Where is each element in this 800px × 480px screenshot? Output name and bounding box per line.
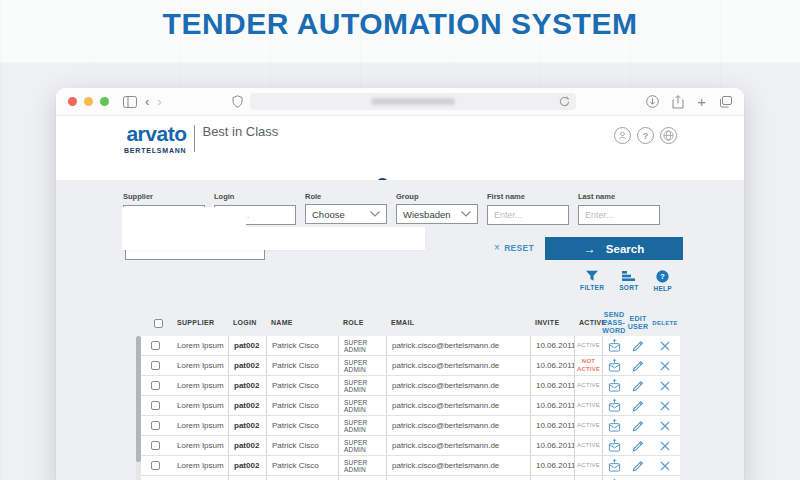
browser-window: ‹ ›	[56, 88, 744, 480]
delete-icon[interactable]	[650, 456, 680, 475]
cell-role: SUPER ADMIN	[338, 476, 386, 480]
close-window-button[interactable]	[68, 97, 77, 106]
role-select[interactable]: Choose	[305, 204, 387, 224]
edit-user-icon[interactable]	[626, 356, 650, 375]
send-password-icon[interactable]	[602, 476, 626, 480]
row-checkbox[interactable]	[151, 441, 160, 450]
cell-role: SUPER ADMIN	[338, 436, 386, 455]
send-password-icon[interactable]	[602, 456, 626, 475]
table-row: Lorem Ipsum pat002 Patrick Cisco SUPER A…	[140, 396, 680, 416]
send-password-icon[interactable]	[602, 336, 626, 355]
sort-bars-icon	[622, 270, 636, 282]
first-name-input[interactable]	[487, 205, 569, 225]
cell-email: patrick.cisco@bertelsmann.de	[386, 396, 530, 415]
edit-user-icon[interactable]	[626, 396, 650, 415]
help-icon[interactable]: ?	[637, 127, 654, 144]
forward-button[interactable]: ›	[157, 95, 161, 108]
address-bar[interactable]	[250, 93, 576, 110]
sort-button[interactable]: SORT	[619, 270, 638, 292]
globe-icon[interactable]	[660, 127, 677, 144]
col-delete[interactable]: DELETE	[650, 310, 680, 336]
shield-icon[interactable]	[232, 95, 243, 108]
select-all-checkbox[interactable]	[154, 319, 163, 328]
table-row: Lorem Ipsum pat002 Patrick Cisco SUPER A…	[140, 356, 680, 376]
delete-icon[interactable]	[650, 436, 680, 455]
edit-user-icon[interactable]	[626, 376, 650, 395]
cell-email: patrick.cisco@bertelsmann.de	[386, 436, 530, 455]
downloads-icon[interactable]	[646, 95, 659, 108]
tab-overview-icon[interactable]	[719, 96, 732, 108]
col-name[interactable]: NAME	[266, 310, 338, 336]
cell-invite: 10.06.2011	[530, 476, 574, 480]
cell-role: SUPER ADMIN	[338, 356, 386, 375]
col-active[interactable]: ACTIVE	[574, 310, 602, 336]
cell-name: Patrick Cisco	[266, 436, 338, 455]
row-checkbox[interactable]	[151, 381, 160, 390]
delete-icon[interactable]	[650, 376, 680, 395]
delete-icon[interactable]	[650, 416, 680, 435]
scrollbar-thumb[interactable]	[136, 336, 141, 462]
row-checkbox[interactable]	[151, 401, 160, 410]
edit-user-icon[interactable]	[626, 476, 650, 480]
content-area: Supplier Login Role Choose Group Wiesbad…	[56, 180, 744, 480]
send-password-icon[interactable]	[602, 416, 626, 435]
cell-name: Patrick Cisco	[266, 376, 338, 395]
cell-supplier: Lorem Ipsum	[172, 396, 228, 415]
col-edit-user[interactable]: EDIT USER	[626, 310, 650, 336]
col-invite[interactable]: INVITE	[530, 310, 574, 336]
reload-icon[interactable]	[559, 96, 570, 107]
funnel-icon	[585, 270, 599, 282]
delete-icon[interactable]	[650, 356, 680, 375]
send-password-icon[interactable]	[602, 436, 626, 455]
last-name-label: Last name	[578, 192, 660, 201]
col-role[interactable]: ROLE	[338, 310, 386, 336]
row-checkbox[interactable]	[151, 341, 160, 350]
sidebar-toggle-icon[interactable]	[123, 96, 137, 108]
table-scrollbar[interactable]	[136, 336, 141, 480]
row-checkbox[interactable]	[151, 361, 160, 370]
col-supplier[interactable]: SUPPLIER	[172, 310, 228, 336]
col-login[interactable]: LOGIN	[228, 310, 266, 336]
col-email[interactable]: EMAIL	[386, 310, 530, 336]
new-tab-icon[interactable]: +	[697, 94, 706, 109]
delete-icon[interactable]	[650, 396, 680, 415]
table-row: Lorem Ipsum pat002 Patrick Cisco SUPER A…	[140, 336, 680, 356]
share-icon[interactable]	[672, 95, 684, 109]
edit-user-icon[interactable]	[626, 336, 650, 355]
send-password-icon[interactable]	[602, 376, 626, 395]
send-password-icon[interactable]	[602, 356, 626, 375]
filter-button[interactable]: FILTER	[580, 270, 604, 292]
col-send-password[interactable]: SEND PASS-WORD	[602, 310, 626, 336]
delete-icon[interactable]	[650, 476, 680, 480]
cell-supplier: Lorem Ipsum	[172, 416, 228, 435]
last-name-field: Last name	[578, 192, 660, 225]
edit-user-icon[interactable]	[626, 456, 650, 475]
status-badge: ACTIVE	[574, 416, 602, 435]
send-password-icon[interactable]	[602, 396, 626, 415]
edit-user-icon[interactable]	[626, 436, 650, 455]
edit-user-icon[interactable]	[626, 416, 650, 435]
status-badge: ACTIVE	[574, 456, 602, 475]
last-name-input[interactable]	[578, 205, 660, 225]
minimize-window-button[interactable]	[84, 97, 93, 106]
cell-invite: 10.06.2011	[530, 356, 574, 375]
blurred-url-text	[371, 98, 455, 105]
reset-button[interactable]: × RESET	[494, 242, 534, 253]
help-button[interactable]: ? HELP	[653, 270, 672, 292]
maximize-window-button[interactable]	[100, 97, 109, 106]
table-row: Lorem Ipsum pat002 Patrick Cisco SUPER A…	[140, 436, 680, 456]
delete-icon[interactable]	[650, 336, 680, 355]
cell-email: patrick.cisco@bertelsmann.de	[386, 356, 530, 375]
cell-role: SUPER ADMIN	[338, 416, 386, 435]
group-field: Group Wiesbaden	[396, 192, 478, 224]
page-title: TENDER AUTOMATION SYSTEM	[0, 7, 800, 41]
user-account-icon[interactable]	[614, 127, 631, 144]
cell-name: Patrick Cisco	[266, 356, 338, 375]
row-checkbox[interactable]	[151, 461, 160, 470]
browser-chrome: ‹ ›	[56, 88, 744, 116]
cell-invite: 10.06.2011	[530, 416, 574, 435]
search-button[interactable]: → Search	[545, 237, 683, 260]
back-button[interactable]: ‹	[145, 95, 149, 108]
row-checkbox[interactable]	[151, 421, 160, 430]
group-select[interactable]: Wiesbaden	[396, 204, 478, 224]
